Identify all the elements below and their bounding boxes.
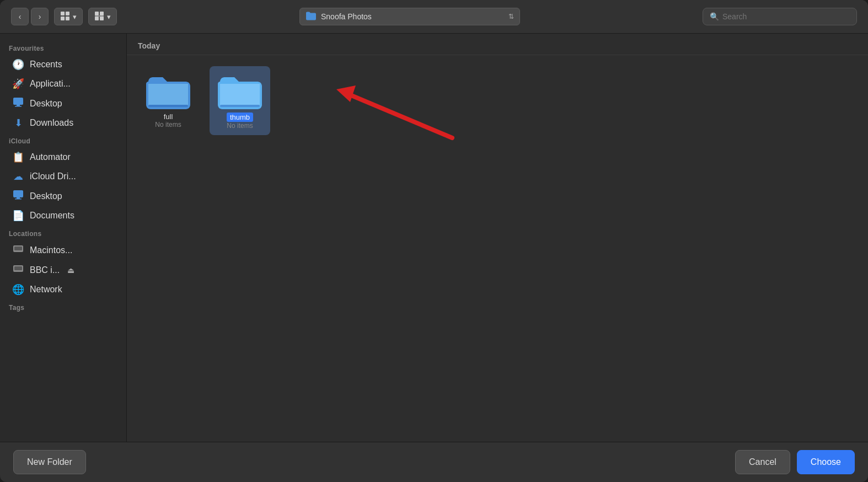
svg-rect-19 (148, 105, 188, 107)
sidebar-item-documents-label: Documents (30, 211, 74, 221)
search-box[interactable]: 🔍 (703, 8, 857, 25)
automator-icon: 📋 (12, 151, 24, 163)
sidebar-item-applications[interactable]: 🚀 Applicati... (3, 74, 123, 93)
cancel-button[interactable]: Cancel (735, 450, 790, 474)
svg-rect-0 (61, 12, 65, 15)
sidebar-item-downloads-label: Downloads (30, 118, 73, 128)
sidebar-item-macintosh[interactable]: Macintos... (3, 240, 123, 260)
svg-rect-12 (13, 190, 23, 197)
sidebar-item-bbc-label: BBC i... (30, 265, 60, 275)
svg-rect-11 (15, 106, 22, 107)
sidebar-item-desktop[interactable]: Desktop (3, 94, 123, 113)
grid-view-button[interactable]: ▾ (54, 8, 83, 25)
file-browser: Today full No items (127, 34, 868, 442)
sidebar-item-icloud-drive[interactable]: ☁ iCloud Dri... (3, 167, 123, 186)
documents-icon: 📄 (12, 210, 24, 222)
folder-full-sublabel: No items (155, 121, 181, 128)
file-grid: full No items thumb No items (127, 55, 868, 442)
group-view-button[interactable]: ▾ (88, 8, 117, 25)
sidebar-item-network-label: Network (30, 285, 62, 294)
sidebar-item-recents-label: Recents (30, 60, 62, 69)
folder-thumb-sublabel: No items (227, 122, 253, 130)
folder-small-icon (306, 11, 317, 23)
section-today-label: Today (127, 34, 868, 55)
svg-rect-14 (15, 199, 22, 200)
new-folder-button[interactable]: New Folder (13, 450, 86, 474)
bottom-bar: New Folder Cancel Choose (0, 442, 868, 482)
chevron-down-icon2: ▾ (107, 13, 111, 21)
sidebar-item-recents[interactable]: 🕐 Recents (3, 55, 123, 74)
search-icon: 🔍 (710, 12, 719, 21)
folder-selector-chevron: ⇅ (508, 13, 514, 20)
content-area: Favourites 🕐 Recents 🚀 Applicati... Desk… (0, 34, 868, 442)
svg-rect-4 (95, 12, 99, 15)
sidebar-section-favourites: Favourites (0, 40, 126, 55)
bottom-right: Cancel Choose (735, 450, 855, 474)
sidebar-section-tags: Tags (0, 299, 126, 314)
icloud-desktop-icon (12, 190, 24, 202)
group-icon (94, 11, 104, 23)
folder-full-name: full (164, 113, 173, 121)
sidebar-section-locations: Locations (0, 226, 126, 240)
folder-thumb[interactable]: thumb No items (210, 66, 270, 135)
bbc-icon (12, 264, 24, 276)
file-picker-dialog: ‹ › ▾ (0, 0, 868, 482)
sidebar-item-documents[interactable]: 📄 Documents (3, 206, 123, 225)
svg-rect-7 (100, 17, 104, 20)
sidebar-item-bbc[interactable]: BBC i... ⏏ (3, 260, 123, 280)
sidebar-section-icloud: iCloud (0, 133, 126, 147)
network-icon: 🌐 (12, 283, 24, 296)
nav-buttons: ‹ › (11, 8, 49, 25)
svg-rect-1 (66, 12, 69, 15)
svg-rect-18 (14, 266, 22, 270)
svg-rect-5 (100, 12, 104, 15)
arrow-annotation (303, 66, 458, 143)
svg-rect-3 (66, 17, 69, 20)
chevron-down-icon: ▾ (73, 13, 77, 21)
folder-selector-inner: Snoofa Photos (306, 11, 372, 23)
sidebar-item-macintosh-label: Macintos... (30, 245, 72, 255)
search-input[interactable] (722, 12, 844, 21)
sidebar-item-icloud-drive-label: iCloud Dri... (30, 172, 76, 181)
sidebar: Favourites 🕐 Recents 🚀 Applicati... Desk… (0, 34, 127, 442)
eject-icon: ⏏ (67, 266, 74, 275)
sidebar-item-icloud-desktop-label: Desktop (30, 191, 62, 201)
folder-full[interactable]: full No items (138, 66, 199, 135)
svg-rect-2 (61, 17, 65, 20)
choose-button[interactable]: Choose (797, 450, 855, 474)
sidebar-item-icloud-desktop[interactable]: Desktop (3, 186, 123, 206)
svg-rect-20 (220, 105, 260, 107)
svg-rect-16 (14, 247, 22, 250)
folder-full-icon (146, 72, 190, 109)
sidebar-item-applications-label: Applicati... (30, 79, 71, 89)
recents-icon: 🕐 (12, 58, 24, 71)
svg-rect-6 (95, 17, 99, 20)
forward-icon: › (39, 12, 41, 21)
forward-button[interactable]: › (31, 8, 49, 25)
desktop-icon (12, 97, 24, 110)
back-button[interactable]: ‹ (11, 8, 29, 25)
applications-icon: 🚀 (12, 78, 24, 90)
svg-rect-10 (17, 105, 20, 106)
folder-thumb-name: thumb (227, 113, 253, 122)
bottom-left: New Folder (13, 450, 86, 474)
svg-line-21 (347, 94, 452, 138)
sidebar-item-desktop-label: Desktop (30, 99, 62, 109)
sidebar-item-downloads[interactable]: ⬇ Downloads (3, 114, 123, 132)
folder-selector[interactable]: Snoofa Photos ⇅ (299, 8, 520, 25)
svg-marker-22 (336, 85, 356, 102)
folder-thumb-icon (218, 72, 262, 109)
svg-rect-13 (17, 197, 20, 199)
back-icon: ‹ (19, 12, 22, 21)
current-folder-name: Snoofa Photos (321, 12, 372, 21)
sidebar-item-automator[interactable]: 📋 Automator (3, 148, 123, 167)
downloads-icon: ⬇ (12, 117, 24, 129)
sidebar-item-network[interactable]: 🌐 Network (3, 280, 123, 299)
icloud-drive-icon: ☁ (12, 170, 24, 183)
toolbar: ‹ › ▾ (0, 0, 868, 34)
macintosh-icon (12, 244, 24, 256)
grid-icon (60, 11, 70, 23)
svg-rect-9 (13, 98, 23, 105)
sidebar-item-automator-label: Automator (30, 152, 71, 162)
